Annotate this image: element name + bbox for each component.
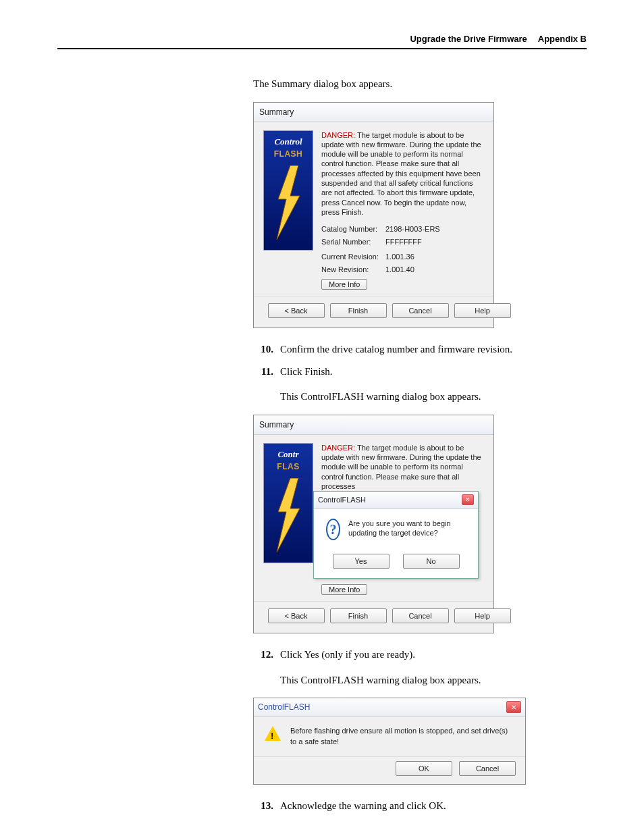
- appendix-label: Appendix B: [538, 34, 587, 44]
- lightning-icon: [271, 165, 305, 240]
- step-11: 11.Click Finish.: [253, 364, 587, 380]
- intro-text: The Summary dialog box appears.: [253, 76, 587, 92]
- serial-row: Serial Number:FFFFFFFF: [321, 236, 484, 248]
- new-rev-row: New Revision:1.001.40: [321, 264, 484, 276]
- more-info-button[interactable]: More Info: [321, 279, 367, 290]
- chapter-title: Upgrade the Drive Firmware: [410, 34, 527, 44]
- question-icon: ?: [326, 519, 340, 540]
- controlflash-logo: Contr FLAS: [263, 443, 313, 563]
- back-button[interactable]: < Back: [268, 303, 325, 319]
- svg-marker-0: [277, 165, 300, 240]
- lightning-icon: [271, 478, 305, 552]
- step-12-sub: This ControlFLASH warning dialog box app…: [280, 673, 587, 688]
- current-rev-row: Current Revision:1.001.36: [321, 251, 484, 263]
- back-button[interactable]: < Back: [268, 608, 325, 624]
- cancel-button[interactable]: Cancel: [392, 303, 449, 319]
- confirm-popup: ControlFLASH ✕ ? Are you sure you want t…: [313, 491, 479, 579]
- warning-icon: [265, 726, 281, 741]
- summary-dialog-2: Summary Contr FLAS DANGER: The target mo…: [253, 415, 494, 633]
- cancel-button[interactable]: Cancel: [392, 608, 449, 624]
- help-button[interactable]: Help: [454, 303, 511, 319]
- yes-button[interactable]: Yes: [333, 554, 390, 569]
- danger-message: DANGER: The target module is about to be…: [321, 443, 484, 491]
- step-11-sub: This ControlFLASH warning dialog box app…: [280, 389, 587, 405]
- controlflash-logo: Control FLASH: [263, 130, 313, 251]
- summary-dialog: Summary Control FLASH DANGER: The target…: [253, 102, 494, 329]
- dialog-title: Summary: [254, 415, 493, 435]
- popup-question: Are you sure you want to begin updating …: [348, 519, 466, 538]
- step-13: 13.Acknowledge the warning and click OK.: [253, 798, 587, 814]
- warning-dialog: ControlFLASH ✕ Before flashing drive ens…: [253, 698, 526, 785]
- danger-message: DANGER: The target module is about to be…: [321, 130, 484, 217]
- page-header: Upgrade the Drive Firmware Appendix B: [57, 34, 587, 49]
- step-12: 12.Click Yes (only if you are ready).: [253, 647, 587, 662]
- no-button[interactable]: No: [403, 554, 460, 569]
- ok-button[interactable]: OK: [396, 761, 452, 777]
- popup-title-text: ControlFLASH: [318, 494, 366, 506]
- svg-marker-1: [277, 478, 300, 552]
- close-icon[interactable]: ✕: [462, 494, 474, 505]
- dialog-title: ControlFLASH: [258, 701, 310, 713]
- close-icon[interactable]: ✕: [506, 701, 521, 713]
- cancel-button[interactable]: Cancel: [459, 761, 516, 777]
- warning-message: Before flashing drive ensure all motion …: [290, 726, 514, 747]
- dialog-title: Summary: [254, 103, 493, 122]
- help-button[interactable]: Help: [454, 608, 511, 624]
- step-10: 10.Confirm the drive catalog number and …: [253, 342, 587, 357]
- more-info-button[interactable]: More Info: [321, 584, 367, 595]
- catalog-row: Catalog Number:2198-H003-ERS: [321, 224, 484, 235]
- finish-button[interactable]: Finish: [330, 608, 387, 624]
- finish-button[interactable]: Finish: [330, 303, 387, 319]
